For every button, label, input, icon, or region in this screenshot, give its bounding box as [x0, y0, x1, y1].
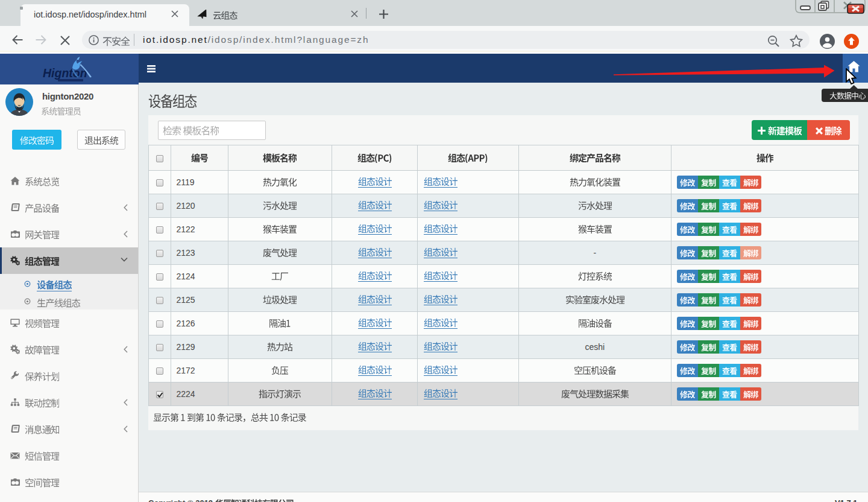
svg-text:Hignton: Hignton	[43, 66, 87, 80]
